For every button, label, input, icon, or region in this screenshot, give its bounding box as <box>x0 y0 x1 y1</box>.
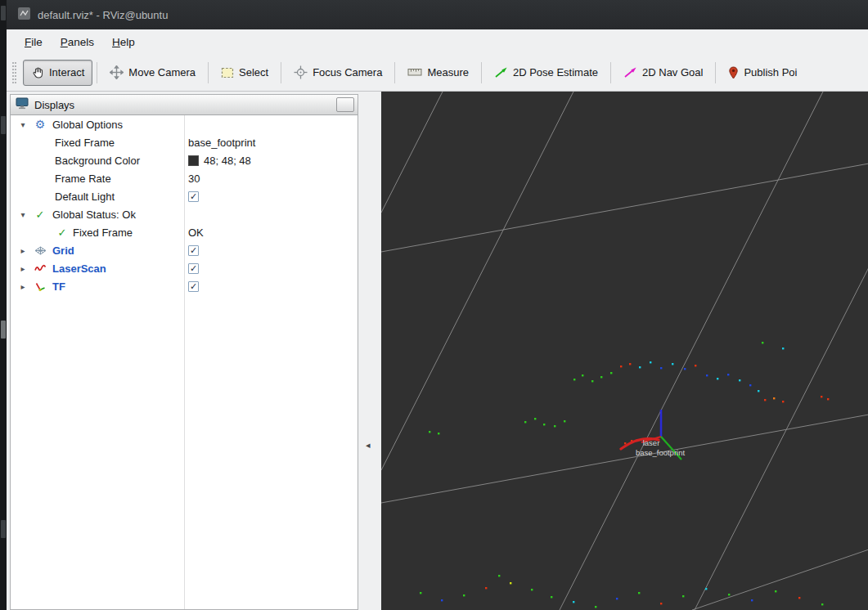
tf-enabled-checkbox[interactable]: ✓ <box>188 281 199 292</box>
laserscan-enabled-checkbox[interactable]: ✓ <box>188 263 199 274</box>
tool-publish-point[interactable]: Publish Poi <box>720 60 805 86</box>
desktop-edge-strip <box>0 0 7 610</box>
collapse-arrow-icon[interactable]: ◂ <box>366 440 371 451</box>
menu-panels[interactable]: Panels <box>52 33 102 52</box>
grid-enabled-checkbox[interactable]: ✓ <box>188 245 199 256</box>
fixed-frame-status-value: OK <box>188 227 204 239</box>
toolbar-separator <box>208 62 209 83</box>
laser-scan-points <box>420 342 829 608</box>
desktop-icon-fragment <box>1 321 6 339</box>
displays-tree: ▾ ⚙ Global Options Fixed Frame base_foot… <box>11 115 358 609</box>
tool-label: Publish Poi <box>744 66 797 78</box>
tool-label: Move Camera <box>128 66 196 78</box>
frame-label-base-footprint: base_footprint <box>636 448 686 457</box>
background-color-value[interactable]: 48; 48; 48 <box>204 155 251 167</box>
column-divider <box>184 115 185 609</box>
displays-panel-header[interactable]: Displays <box>11 95 358 115</box>
laserscan-display-icon <box>33 264 47 272</box>
property-name: Default Light <box>55 191 115 203</box>
display-name: Grid <box>52 244 74 257</box>
toolbar-separator <box>281 62 281 83</box>
panel-splitter[interactable]: ◂ <box>358 92 381 610</box>
titlebar[interactable]: default.rviz* - RViz@ubuntu <box>7 0 868 29</box>
status-ok-check-icon: ✓ <box>56 227 68 239</box>
rviz-window: default.rviz* - RViz@ubuntu File Panels … <box>7 0 868 610</box>
gear-icon: ⚙ <box>33 118 47 131</box>
tool-focus-camera[interactable]: Focus Camera <box>286 59 390 86</box>
fixed-frame-value[interactable]: base_footprint <box>188 137 255 149</box>
focus-crosshair-icon <box>294 65 308 79</box>
toolbar-separator <box>481 62 482 83</box>
status-ok-check-icon: ✓ <box>33 209 47 221</box>
pose-arrow-icon <box>494 66 508 78</box>
tool-label: Select <box>239 66 268 78</box>
property-name: Frame Rate <box>55 173 111 185</box>
panel-float-button[interactable] <box>336 97 354 112</box>
monitor-icon <box>16 97 29 112</box>
property-name: Global Options <box>52 119 123 131</box>
menu-file[interactable]: File <box>16 33 51 52</box>
main-area: Displays ▾ ⚙ Global Options Fixed Frame … <box>7 92 868 610</box>
toolbar-drag-handle[interactable] <box>12 62 16 83</box>
frame-rate-value[interactable]: 30 <box>188 173 200 185</box>
toolbar-separator <box>610 62 611 83</box>
tool-label: Interact <box>49 66 84 78</box>
nav-goal-arrow-icon <box>623 66 637 78</box>
window-title: default.rviz* - RViz@ubuntu <box>38 9 168 21</box>
tool-select[interactable]: Select <box>213 60 277 85</box>
property-name: Global Status: Ok <box>52 209 136 221</box>
rviz-app-icon <box>18 7 30 22</box>
toolbar: Interact Move Camera Select Focus Camera <box>7 54 868 92</box>
display-name: TF <box>52 280 65 293</box>
tool-label: 2D Pose Estimate <box>513 66 598 78</box>
desktop-icon-fragment <box>1 520 6 538</box>
menu-help[interactable]: Help <box>104 33 143 52</box>
tool-interact[interactable]: Interact <box>23 60 92 86</box>
ruler-icon <box>407 68 422 77</box>
viewport-3d[interactable]: laser base_footprint <box>381 92 868 610</box>
toolbar-separator <box>715 62 716 83</box>
displays-panel: Displays ▾ ⚙ Global Options Fixed Frame … <box>10 94 358 610</box>
expander-icon[interactable]: ▾ <box>17 120 29 129</box>
display-name: LaserScan <box>52 262 106 275</box>
publish-point-pin-icon <box>728 66 739 79</box>
hand-icon <box>31 66 44 79</box>
default-light-checkbox[interactable]: ✓ <box>188 191 199 202</box>
tool-2d-nav-goal[interactable]: 2D Nav Goal <box>615 60 711 85</box>
tool-label: Measure <box>427 66 469 78</box>
viewport-grid-lines <box>381 92 868 610</box>
desktop-icon-fragment <box>1 6 6 20</box>
expander-icon[interactable]: ▸ <box>17 264 29 273</box>
expander-icon[interactable]: ▾ <box>17 210 29 219</box>
menubar: File Panels Help <box>7 29 868 54</box>
move-camera-icon <box>110 65 124 79</box>
property-name: Fixed Frame <box>73 227 133 239</box>
frame-label-laser: laser <box>643 438 660 447</box>
tool-2d-pose-estimate[interactable]: 2D Pose Estimate <box>486 60 606 85</box>
select-box-icon <box>221 67 234 78</box>
desktop-icon-fragment <box>1 116 6 134</box>
expander-icon[interactable]: ▸ <box>17 282 29 291</box>
tool-move-camera[interactable]: Move Camera <box>101 59 204 86</box>
toolbar-separator <box>97 62 97 83</box>
tool-label: 2D Nav Goal <box>642 66 703 78</box>
expander-icon[interactable]: ▸ <box>17 246 29 255</box>
tool-measure[interactable]: Measure <box>399 60 477 85</box>
tool-label: Focus Camera <box>313 66 382 78</box>
grid-display-icon <box>33 246 47 255</box>
tf-display-icon <box>33 281 47 292</box>
toolbar-separator <box>394 62 395 83</box>
color-swatch[interactable] <box>188 155 199 166</box>
property-name: Background Color <box>55 155 140 167</box>
property-name: Fixed Frame <box>55 137 115 149</box>
displays-panel-title: Displays <box>34 99 74 111</box>
